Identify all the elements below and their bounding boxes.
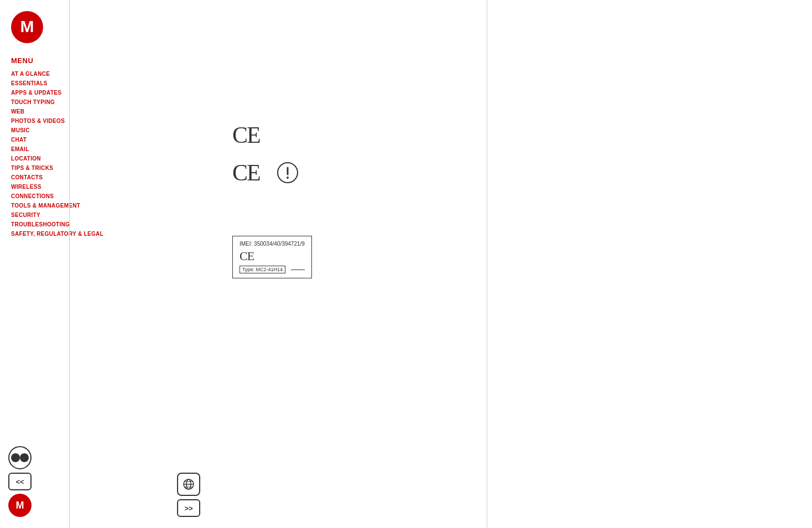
sidebar-item-troubleshooting[interactable]: TROUBLESHOOTING bbox=[11, 220, 205, 229]
sidebar-item-essentials[interactable]: ESSENTIALS bbox=[11, 79, 205, 88]
sidebar-divider bbox=[69, 0, 70, 528]
ce-marks-area: CE CE bbox=[232, 122, 470, 186]
record-button[interactable] bbox=[8, 446, 32, 469]
sidebar-item-apps-updates[interactable]: APPS & UPDATES bbox=[11, 88, 205, 97]
imei-section: IMEI: 350034/40/394721/9 CE Type: MC2-41… bbox=[232, 219, 470, 278]
menu-title: MENU bbox=[11, 56, 205, 65]
prev-button[interactable]: << bbox=[8, 473, 32, 490]
main-content: CE CE IMEI: 350034/40/394721/9 CE Type: … bbox=[216, 0, 487, 528]
right-area bbox=[487, 0, 812, 528]
ce-mark-1: CE bbox=[232, 122, 470, 148]
imei-type-label: Type: MC2-41H14 bbox=[240, 266, 285, 273]
next-button[interactable]: >> bbox=[177, 499, 200, 517]
sidebar-item-wireless[interactable]: WIRELESS bbox=[11, 182, 205, 191]
sidebar-item-security[interactable]: SECURITY bbox=[11, 210, 205, 220]
sidebar-nav: AT A GLANCE ESSENTIALS APPS & UPDATES TO… bbox=[11, 69, 205, 239]
imei-box: IMEI: 350034/40/394721/9 CE Type: MC2-41… bbox=[232, 236, 312, 278]
globe-icon bbox=[182, 478, 195, 491]
warning-icon bbox=[277, 162, 299, 184]
imei-ce-mark: CE bbox=[240, 249, 305, 263]
globe-button[interactable] bbox=[177, 473, 200, 496]
motorola-logo-nav: M bbox=[13, 498, 27, 513]
bottom-nav-right: >> bbox=[177, 473, 200, 517]
imei-type-line: Type: MC2-41H14 bbox=[240, 266, 305, 273]
sidebar-item-music[interactable]: MUSIC bbox=[11, 126, 205, 135]
bottom-nav-left: << M bbox=[8, 446, 32, 517]
motorola-logo-sidebar: M bbox=[11, 11, 43, 43]
sidebar-item-touch-typing[interactable]: TOUCH TYPING bbox=[11, 97, 205, 107]
imei-number: IMEI: 350034/40/394721/9 bbox=[240, 241, 305, 247]
sidebar-item-chat[interactable]: CHAT bbox=[11, 135, 205, 144]
sidebar-item-tips-tricks[interactable]: TIPS & TRICKS bbox=[11, 163, 205, 173]
sidebar: M MENU AT A GLANCE ESSENTIALS APPS & UPD… bbox=[0, 0, 216, 528]
sidebar-item-contacts[interactable]: CONTACTS bbox=[11, 173, 205, 182]
sidebar-item-location[interactable]: LOCATION bbox=[11, 154, 205, 163]
sidebar-item-email[interactable]: EMAIL bbox=[11, 144, 205, 154]
sidebar-item-photos-videos[interactable]: PHOTOS & VIDEOS bbox=[11, 116, 205, 126]
svg-text:M: M bbox=[16, 500, 24, 511]
ce-mark-2: CE bbox=[232, 159, 260, 186]
motorola-home-button[interactable]: M bbox=[8, 494, 32, 517]
next-label: >> bbox=[184, 504, 192, 513]
imei-dash-line bbox=[291, 270, 305, 270]
svg-point-12 bbox=[287, 177, 289, 179]
ce-row-2: CE bbox=[232, 159, 470, 186]
sidebar-item-at-a-glance[interactable]: AT A GLANCE bbox=[11, 69, 205, 79]
svg-text:M: M bbox=[20, 17, 34, 35]
sidebar-item-safety-regulatory-legal[interactable]: SAFETY, REGULATORY & LEGAL bbox=[11, 229, 205, 239]
sidebar-item-tools-management[interactable]: TOOLS & MANAGEMENT bbox=[11, 201, 205, 210]
sidebar-item-web[interactable]: WEB bbox=[11, 107, 205, 116]
sidebar-item-connections[interactable]: CONNECTIONS bbox=[11, 191, 205, 201]
prev-label: << bbox=[15, 478, 24, 486]
